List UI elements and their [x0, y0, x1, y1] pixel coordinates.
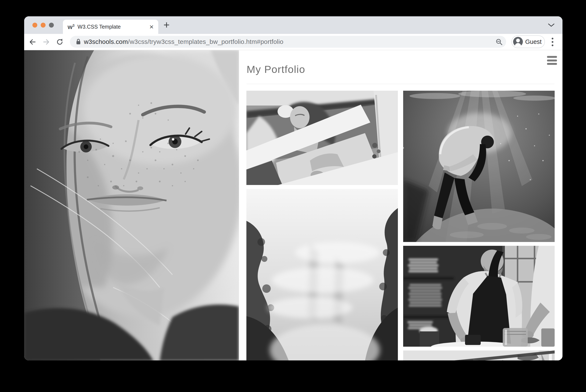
- profile-button[interactable]: Guest: [512, 36, 545, 48]
- portfolio-photo-wedding-car[interactable]: [246, 91, 398, 185]
- window-minimize-button[interactable]: [41, 23, 45, 28]
- portfolio-column-left: [246, 91, 398, 360]
- tab-strip: w3 W3.CSS Template × +: [24, 16, 563, 34]
- window-close-button[interactable]: [32, 23, 37, 28]
- window-zoom-button[interactable]: [49, 23, 54, 28]
- browser-toolbar: w3schools.com/w3css/tryw3css_templates_b…: [24, 34, 563, 50]
- browser-window: w3 W3.CSS Template × +: [24, 16, 563, 360]
- url-domain: w3schools.com: [84, 38, 128, 45]
- portfolio-content: My Portfolio: [239, 50, 563, 360]
- heading-divider: [247, 84, 555, 84]
- guest-avatar-icon: [513, 37, 523, 46]
- forward-button[interactable]: [42, 38, 50, 46]
- page-viewport: My Portfolio: [24, 50, 563, 360]
- portfolio-photo-partial[interactable]: [403, 350, 555, 360]
- menu-hamburger-icon[interactable]: [547, 56, 557, 65]
- zoom-out-icon[interactable]: [496, 38, 503, 46]
- new-tab-button[interactable]: +: [161, 19, 172, 30]
- page-title: My Portfolio: [247, 63, 305, 75]
- window-controls: [32, 23, 54, 28]
- lock-icon[interactable]: [76, 38, 81, 45]
- tab-search-chevron-down-icon[interactable]: [548, 23, 555, 28]
- hero-portrait-photo: [24, 50, 239, 360]
- url-path: /w3css/tryw3css_templates_bw_portfolio.h…: [128, 38, 283, 45]
- portfolio-photo-chef[interactable]: [403, 246, 555, 347]
- profile-label: Guest: [525, 38, 542, 45]
- portfolio-photo-underwater[interactable]: [403, 91, 555, 242]
- back-button[interactable]: [28, 38, 37, 46]
- tab-close-icon[interactable]: ×: [149, 20, 154, 34]
- reload-button[interactable]: [56, 38, 64, 46]
- browser-menu-icon[interactable]: [551, 37, 554, 46]
- url-bar[interactable]: w3schools.com/w3css/tryw3css_templates_b…: [70, 36, 506, 48]
- w3schools-favicon: w3: [67, 24, 74, 30]
- hero-portrait-svg: [24, 50, 239, 360]
- tab-title: W3.CSS Template: [77, 24, 121, 30]
- url-text: w3schools.com/w3css/tryw3css_templates_b…: [84, 38, 283, 45]
- portfolio-photo-foggy-mountains[interactable]: [246, 189, 398, 360]
- portfolio-column-right: [403, 91, 555, 360]
- glass-jar: [503, 328, 528, 347]
- browser-tab[interactable]: w3 W3.CSS Template ×: [63, 20, 158, 34]
